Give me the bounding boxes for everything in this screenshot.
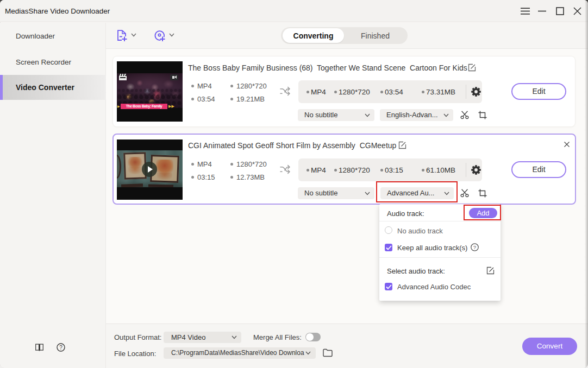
svg-text:?: ? <box>59 345 62 351</box>
svg-text:?: ? <box>473 244 476 250</box>
